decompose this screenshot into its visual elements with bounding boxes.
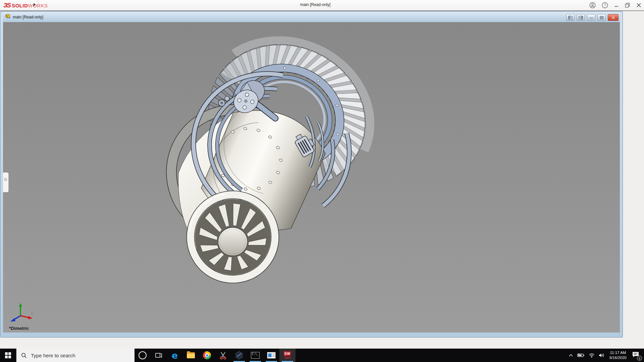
help-icon[interactable]: ? [602,2,608,8]
command-prompt-button[interactable]: C:\_ [247,349,263,362]
snipping-tool-icon [219,351,227,359]
logo-separator [38,0,38,10]
system-tray: 11:17 AM 9/16/2020 1 [567,349,644,362]
task-view-icon [155,352,162,359]
edrawings-button[interactable] [231,349,247,362]
triad-y-arrow [19,303,22,307]
clock-time: 11:17 AM [609,350,627,355]
taskbar: e C:\_ SW [0,349,644,362]
jet-engine-model[interactable] [3,22,620,333]
edge-icon: e [172,351,178,360]
window-title: main [Read-only] [282,2,349,7]
action-center-button[interactable]: 1 [629,351,644,359]
start-button[interactable] [0,349,16,362]
doc-restore-button[interactable] [597,14,606,21]
main-titlebar: ЗS SOLIDWORKS main [Read-only] ? [0,0,644,11]
edrawings-hexagon-icon [235,351,243,360]
tray-chevron-button[interactable] [567,354,575,357]
logo-solid: SOLID [12,3,28,8]
document-titlebar[interactable]: main [Read-only] [3,12,620,22]
volume-button[interactable] [597,353,607,358]
doc-close-button[interactable] [608,14,619,21]
dassault-logo-mark: ЗS [3,2,10,9]
file-explorer-icon [187,352,195,358]
task-view-button[interactable] [151,349,167,362]
notification-badge: 1 [637,356,642,361]
wifi-icon [589,353,595,358]
assembly-document-icon [5,14,11,20]
speaker-icon [599,353,605,358]
feature-manager-expand-handle[interactable] [4,178,7,181]
search-icon [21,353,27,358]
clock-date: 9/16/2020 [609,355,627,360]
chrome-button[interactable] [199,349,215,362]
battery-icon [577,353,585,357]
document-title: main [Read-only] [13,15,43,19]
show-pane-right-button[interactable] [577,14,585,21]
view-orientation-label: *Dimetric [9,326,29,331]
snipping-tool-button[interactable] [215,349,231,362]
taskbar-search[interactable] [16,349,135,362]
battery-button[interactable] [575,353,587,357]
show-pane-left-button[interactable] [566,14,575,21]
cortana-icon [139,351,147,359]
solidworks-logo: ЗS SOLIDWORKS [3,1,48,9]
triad-x-arrow [28,316,33,319]
file-explorer-button[interactable] [183,349,199,362]
menu-expand-arrow-icon[interactable] [34,3,36,6]
window-app-button[interactable] [263,349,279,362]
solidworks-2020-icon: SW 2020 [284,351,291,359]
command-prompt-icon: C:\_ [251,352,260,359]
minimize-icon[interactable] [614,3,619,8]
chrome-icon [203,351,211,359]
orientation-triad: x [7,302,35,328]
document-window: main [Read-only] [0,11,623,338]
search-input[interactable] [30,352,119,359]
triad-x-label: x [31,311,33,315]
graphics-area[interactable]: x *Dimetric [3,22,620,333]
exhaust-hub[interactable] [218,228,248,256]
feature-manager-collapsed-tab[interactable] [3,172,9,192]
windows-logo-icon [5,352,11,358]
solidworks-taskbar-button[interactable]: SW 2020 [279,349,296,362]
doc-minimize-button[interactable] [587,14,595,21]
window-app-icon [267,352,276,359]
taskbar-clock[interactable]: 11:17 AM 9/16/2020 [607,350,629,360]
edge-button[interactable]: e [167,349,183,362]
wifi-button[interactable] [587,353,597,358]
chevron-up-icon [569,354,573,357]
account-icon[interactable] [589,2,596,8]
cortana-button[interactable] [135,349,151,362]
svg-text:?: ? [604,3,606,7]
close-icon[interactable] [636,3,641,8]
restore-icon[interactable] [625,3,630,8]
